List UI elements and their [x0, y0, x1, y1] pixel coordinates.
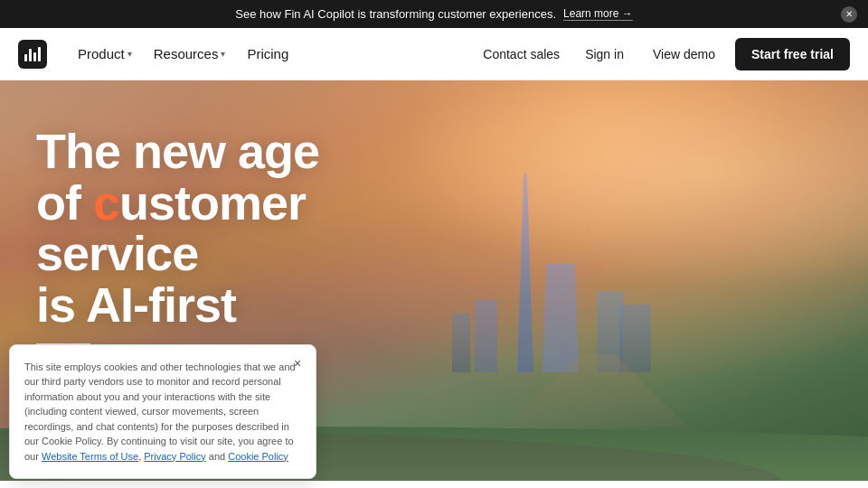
privacy-policy-link[interactable]: Privacy Policy [144, 451, 205, 462]
main-nav: Product ▾ Resources ▾ Pricing Contact sa… [0, 28, 868, 80]
banner-learn-more-link[interactable]: Learn more → [563, 7, 633, 21]
view-demo-nav-button[interactable]: View demo [640, 40, 728, 69]
hero-building-3 [475, 300, 497, 372]
banner-close-button[interactable]: ✕ [841, 6, 857, 23]
nav-pricing[interactable]: Pricing [238, 41, 297, 67]
cookie-policy-link[interactable]: Cookie Policy [228, 451, 288, 462]
close-icon: × [294, 356, 301, 371]
top-banner: See how Fin AI Copilot is transforming c… [0, 0, 868, 28]
nav-resources-label: Resources [154, 46, 219, 61]
cookie-text: This site employs cookies and other tech… [24, 360, 301, 465]
contact-sales-link[interactable]: Contact sales [474, 42, 569, 67]
close-icon: ✕ [845, 9, 853, 19]
cookie-body-text: This site employs cookies and other tech… [24, 361, 296, 462]
cookie-banner: × This site employs cookies and other te… [9, 344, 316, 480]
nav-product[interactable]: Product ▾ [69, 41, 141, 67]
cookie-close-button[interactable]: × [288, 354, 307, 372]
start-trial-nav-button[interactable]: Start free trial [735, 38, 850, 70]
banner-text: See how Fin AI Copilot is transforming c… [235, 7, 556, 21]
hero-building-5 [619, 305, 651, 372]
hero-headline-line2: of customer service [36, 175, 306, 281]
nav-links: Product ▾ Resources ▾ Pricing [69, 41, 474, 67]
nav-pricing-label: Pricing [247, 46, 288, 61]
nav-right: Contact sales Sign in View demo Start fr… [474, 38, 850, 70]
hero-building-4 [452, 314, 470, 372]
hero-headline: The new age of customer service is AI-fi… [36, 126, 416, 331]
headline-of-text: of [36, 175, 93, 230]
nav-product-label: Product [78, 46, 125, 61]
chevron-down-icon: ▾ [221, 49, 225, 59]
hero-building-1 [542, 264, 579, 372]
terms-of-use-link[interactable]: Website Terms of Use [42, 451, 138, 462]
sign-in-link[interactable]: Sign in [576, 42, 633, 67]
headline-accent-o: c [93, 175, 119, 230]
hero-headline-line1: The new age [36, 124, 319, 178]
logo-icon [18, 40, 47, 69]
cookie-and-text: and [209, 451, 228, 462]
logo-bars [24, 47, 41, 61]
nav-resources[interactable]: Resources ▾ [145, 41, 235, 67]
chevron-down-icon: ▾ [127, 49, 132, 59]
logo[interactable] [18, 40, 47, 69]
hero-headline-line3: is AI-first [36, 277, 236, 332]
